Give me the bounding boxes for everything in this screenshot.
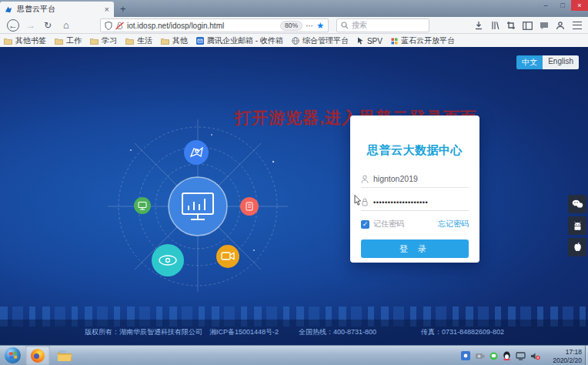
downloads-icon[interactable] <box>474 21 483 30</box>
login-title: 思普云大数据中心 <box>361 143 469 158</box>
bookmark-folder-study[interactable]: 学习 <box>90 35 117 46</box>
folder-icon <box>55 38 63 45</box>
page-actions-icon[interactable]: ⋯ <box>306 22 313 30</box>
windows-logo-icon <box>8 352 17 360</box>
mouse-cursor-icon <box>354 195 362 206</box>
show-desktop-button[interactable] <box>585 346 588 365</box>
start-button[interactable] <box>5 347 21 363</box>
terminal-satellite-circle <box>134 197 151 214</box>
clock-time: 17:18 <box>553 348 582 357</box>
bookmark-tencent-mail[interactable]: 腾讯企业邮箱 - 收件箱 <box>196 35 283 46</box>
screenshot-icon[interactable] <box>506 21 516 30</box>
bookmark-label[interactable]: 学习 <box>102 35 117 46</box>
tray-notification-icon[interactable] <box>461 351 470 360</box>
bookmark-lanshi-cloud[interactable]: 蓝石云开放平台 <box>391 35 455 46</box>
bookmark-star-icon[interactable]: ★ <box>316 21 324 31</box>
center-dashboard-circle <box>169 177 227 236</box>
bookmark-label[interactable]: 其他 <box>172 35 188 46</box>
search-icon <box>341 22 349 29</box>
taskbar-firefox-button[interactable] <box>25 346 50 365</box>
home-button[interactable]: ⌂ <box>59 19 73 31</box>
bookmark-label[interactable]: 其他书签 <box>15 35 46 46</box>
bookmark-label[interactable]: 生活 <box>137 35 152 46</box>
search-bar[interactable]: 搜索 <box>336 18 429 32</box>
android-icon <box>573 221 583 231</box>
taskbar: 17:18 2020/2/20 <box>0 345 588 365</box>
menu-icon[interactable] <box>573 22 582 29</box>
lock-icon <box>361 198 369 206</box>
taskbar-clock[interactable]: 17:18 2020/2/20 <box>553 348 582 364</box>
bookmark-folder-work[interactable]: 工作 <box>55 35 82 46</box>
search-placeholder[interactable]: 搜索 <box>352 20 367 31</box>
orbit-graphic <box>100 119 292 293</box>
user-icon <box>361 175 369 183</box>
tray-display-icon[interactable] <box>516 352 526 360</box>
bookmark-label[interactable]: SPV <box>367 37 383 45</box>
lang-english-button[interactable]: English <box>543 55 579 69</box>
password-field[interactable]: ••••••••••••••••••• <box>361 198 469 211</box>
globe-icon <box>292 37 299 45</box>
login-button[interactable]: 登 录 <box>361 239 469 258</box>
messenger-bubble-icon[interactable] <box>540 22 549 30</box>
username-value[interactable]: hignton2019 <box>373 174 418 183</box>
tab-close-icon[interactable]: × <box>105 5 109 14</box>
language-toggle: 中文 English <box>516 55 579 69</box>
bookmark-label[interactable]: 蓝石云开放平台 <box>401 35 455 46</box>
folder-icon <box>125 38 134 45</box>
account-icon[interactable] <box>556 21 565 30</box>
url-text[interactable]: iot.idosp.net/idosp/login.html <box>127 22 277 30</box>
tracking-shield-icon[interactable] <box>105 22 112 30</box>
login-panel: 思普云大数据中心 hignton2019 ••••••••••••••••••• <box>350 116 479 263</box>
browser-titlebar: 思普云平台 × + – □ × <box>0 0 588 17</box>
lang-chinese-button[interactable]: 中文 <box>516 55 543 69</box>
library-icon[interactable] <box>490 21 499 30</box>
tray-volume-muted-icon[interactable] <box>530 352 540 360</box>
forgot-password-link[interactable]: 忘记密码 <box>438 219 469 229</box>
bookmark-label[interactable]: 工作 <box>66 35 82 46</box>
folder-icon <box>161 38 169 45</box>
bookmark-folder-life[interactable]: 生活 <box>125 35 152 46</box>
remember-row: ✓ 记住密码 忘记密码 <box>361 219 469 229</box>
browser-tab-active[interactable]: 思普云平台 × <box>0 2 114 17</box>
footer-fax: 传真：0731-84882609-802 <box>421 327 504 337</box>
remember-label[interactable]: 记住密码 <box>373 219 404 229</box>
android-button[interactable] <box>568 216 586 235</box>
window-minimize-button[interactable]: – <box>537 0 554 11</box>
bookmark-label[interactable]: 综合管理平台 <box>302 35 349 46</box>
username-field[interactable]: hignton2019 <box>361 174 469 188</box>
bookmark-spv[interactable]: SPV <box>357 37 383 45</box>
clock-date: 2020/2/20 <box>553 357 582 365</box>
window-controls: – □ × <box>537 0 588 11</box>
page-zoom-indicator[interactable]: 80% <box>280 21 302 31</box>
apple-button[interactable] <box>568 238 586 256</box>
back-button[interactable]: ← <box>7 19 19 32</box>
url-bar[interactable]: iot.idosp.net/idosp/login.html 80% ⋯ ★ <box>100 18 329 32</box>
bookmark-folder-other-bookmarks[interactable]: 其他书签 <box>4 35 46 46</box>
system-tray <box>461 346 540 365</box>
side-float-buttons <box>568 195 586 256</box>
monitor-eye-circle <box>152 244 184 276</box>
new-tab-button[interactable]: + <box>120 3 126 15</box>
browser-navbar: ← → ↻ ⌂ iot.idosp.net/idosp/login.html 8… <box>0 17 588 34</box>
bookmark-folder-misc[interactable]: 其他 <box>161 35 188 46</box>
taskbar-explorer-button[interactable] <box>52 346 77 365</box>
insecure-lock-icon[interactable] <box>115 22 124 30</box>
folder-icon <box>4 38 12 45</box>
forward-button[interactable]: → <box>24 20 38 31</box>
wechat-button[interactable] <box>568 195 586 213</box>
explorer-folder-icon <box>57 350 72 362</box>
cursor-icon <box>357 37 364 45</box>
footer-hotline: 全国热线：400-8731-800 <box>299 327 376 337</box>
window-close-button[interactable]: × <box>571 0 588 11</box>
tray-wechat-icon[interactable] <box>489 352 498 360</box>
bookmark-management-platform[interactable]: 综合管理平台 <box>292 35 349 46</box>
password-value[interactable]: ••••••••••••••••••• <box>373 199 428 206</box>
window-maximize-button[interactable]: □ <box>554 0 571 11</box>
remember-checkbox[interactable]: ✓ <box>361 220 369 229</box>
tray-qq-icon[interactable] <box>503 351 511 360</box>
bookmark-label[interactable]: 腾讯企业邮箱 - 收件箱 <box>207 35 283 46</box>
video-satellite-circle <box>216 245 239 268</box>
reload-button[interactable]: ↻ <box>41 20 55 31</box>
sidebar-icon[interactable] <box>523 22 533 30</box>
tray-device-icon[interactable] <box>475 352 485 360</box>
